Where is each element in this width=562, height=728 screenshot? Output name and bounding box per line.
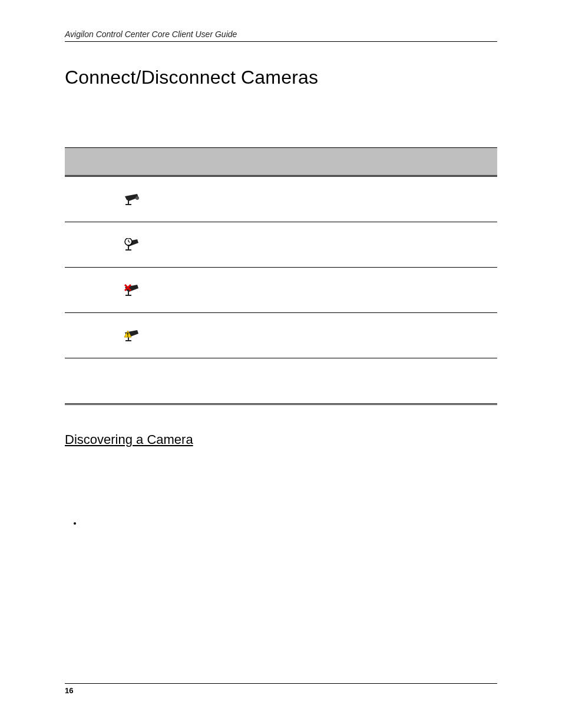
camera-warning-icon: [65, 329, 201, 342]
list-item: [82, 518, 497, 528]
svg-point-0: [135, 196, 139, 200]
bullet-list: [82, 518, 497, 528]
section-heading: Discovering a Camera: [65, 432, 497, 447]
icon-cell: [65, 358, 201, 404]
svg-rect-15: [127, 335, 128, 337]
page-title: Connect/Disconnect Cameras: [65, 67, 497, 88]
table-row: [65, 176, 497, 222]
svg-rect-1: [128, 200, 129, 204]
desc-cell: [201, 222, 497, 268]
table-header-desc: [201, 148, 497, 176]
document-page: Avigilon Control Center Core Client User…: [0, 0, 562, 728]
svg-rect-8: [128, 291, 129, 295]
svg-rect-9: [125, 295, 131, 296]
svg-rect-13: [125, 340, 131, 341]
table-row: [65, 268, 497, 313]
table-header-row: [65, 148, 497, 176]
svg-rect-14: [127, 332, 128, 335]
running-header: Avigilon Control Center Core Client User…: [65, 29, 497, 42]
icon-cell: [65, 313, 201, 358]
desc-cell: [201, 268, 497, 313]
icon-cell: [65, 268, 201, 313]
camera-x-icon: [65, 284, 201, 297]
svg-rect-4: [125, 249, 131, 251]
icon-cell: [65, 176, 201, 222]
svg-rect-3: [128, 246, 129, 249]
icon-cell: [65, 222, 201, 268]
page-footer: 16: [65, 683, 497, 695]
table-row: [65, 358, 497, 404]
camera-icon: [65, 193, 201, 206]
camera-status-table: [65, 147, 497, 405]
table-row: [65, 313, 497, 358]
camera-clock-icon: [65, 238, 201, 251]
table-row: [65, 222, 497, 268]
page-number: 16: [65, 686, 73, 695]
table-header-icon: [65, 148, 201, 176]
desc-cell: [201, 358, 497, 404]
desc-cell: [201, 176, 497, 222]
desc-cell: [201, 313, 497, 358]
svg-rect-2: [125, 204, 131, 205]
